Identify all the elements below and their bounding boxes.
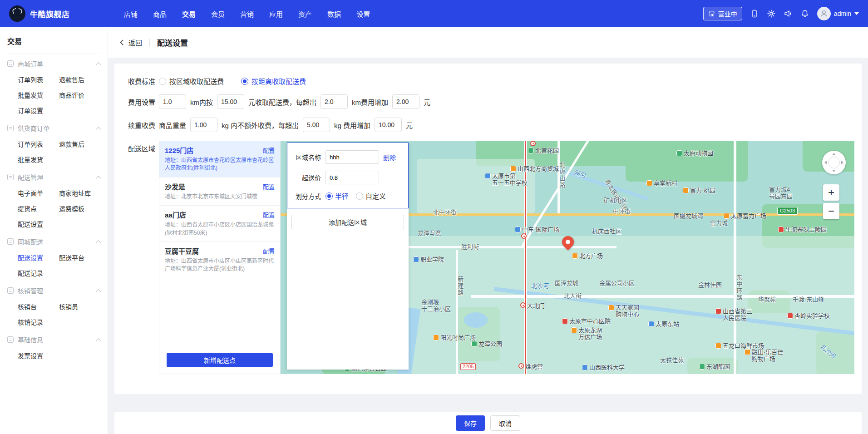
sidebar-group-header[interactable]: 同城配送 [7, 233, 100, 250]
sidebar-item[interactable]: 商家地址库 [59, 186, 100, 201]
cancel-button[interactable]: 取消 [490, 415, 520, 431]
store-card[interactable]: 沙发是配置地址：北京市北京市东城区天安门城楼 [159, 178, 280, 206]
sidebar-item[interactable]: 运费模板 [59, 201, 100, 217]
nav-item[interactable]: 交易 [182, 9, 196, 19]
store-card[interactable]: 1225门店配置地址：山西省太原市杏花岭区太原市杏花岭区人民政府北(胜利街北) [159, 141, 280, 178]
gear-icon[interactable] [767, 9, 776, 18]
nav-item[interactable]: 资产 [298, 9, 312, 19]
sidebar-item[interactable]: 配送平台 [59, 250, 100, 266]
store-config-link[interactable]: 配置 [263, 247, 275, 255]
map-canvas[interactable]: 区域名称 删除 起送价 划分方式 半径自定义 [281, 141, 854, 374]
mall-orders-icon [7, 60, 14, 67]
add-region-button[interactable]: 添加配送区域 [291, 215, 404, 229]
nav-item[interactable]: 营销 [240, 9, 254, 19]
bell-icon[interactable] [800, 9, 809, 18]
radio-option[interactable]: 半径 [326, 191, 349, 201]
megaphone-icon[interactable] [784, 9, 793, 18]
base-kg-input[interactable] [190, 118, 217, 132]
avatar [817, 7, 831, 20]
store-status-badge[interactable]: 营业中 [703, 7, 742, 20]
poi-red-icon [715, 308, 721, 314]
nav-item[interactable]: 数据 [327, 9, 341, 19]
sidebar-item[interactable]: 商品评价 [59, 88, 100, 103]
zoom-in-button[interactable]: + [823, 184, 839, 201]
map-label: 太原东站 [648, 321, 679, 327]
sidebar-item[interactable]: 批量发货 [18, 88, 59, 103]
weight-step-fee-input[interactable] [375, 118, 402, 132]
sidebar-group-header[interactable]: 商城订单 [7, 55, 100, 72]
sidebar-item[interactable]: 核销员 [59, 299, 100, 315]
store-card-header: 沙发是配置 [165, 182, 275, 191]
radio-icon[interactable] [241, 78, 248, 85]
radio-option[interactable]: 按区域收取配送费 [159, 76, 224, 86]
sidebar-item[interactable]: 订单列表 [18, 72, 59, 88]
sidebar-item[interactable]: 订单列表 [18, 137, 59, 152]
sidebar-item[interactable]: 发票设置 [18, 348, 59, 364]
map-label-text: 山西北方商贸城 [518, 165, 559, 172]
back-button[interactable]: 返回 [121, 38, 142, 47]
pan-down-icon [832, 170, 836, 172]
sidebar-item[interactable]: 电子面单 [18, 186, 59, 201]
store-config-link[interactable]: 配置 [263, 146, 275, 154]
nav-item[interactable]: 应用 [269, 9, 283, 19]
radio-option[interactable]: 自定义 [356, 191, 386, 201]
sidebar-item[interactable]: 配送记录 [18, 266, 59, 281]
map-pin[interactable] [562, 236, 574, 252]
radio-icon[interactable] [356, 192, 363, 200]
step-kg-input[interactable] [303, 118, 330, 132]
sidebar-group-header[interactable]: 基础信息 [7, 331, 100, 348]
min-price-label: 起送价 [292, 173, 321, 182]
sidebar-group-header[interactable]: 配送管理 [7, 168, 100, 186]
chevron-left-icon [120, 39, 126, 45]
map-label: G2503 [777, 207, 798, 215]
store-card[interactable]: aa门店配置地址：山西省太原市小店区小店区国治龙城苑(狄村北街南50米) [159, 206, 280, 242]
sidebar-group-header[interactable]: 核销管理 [7, 282, 100, 299]
save-button[interactable]: 保存 [456, 415, 485, 431]
nav-item[interactable]: 商品 [153, 9, 167, 19]
map-label-text: 太原动物园 [684, 150, 713, 157]
user-menu[interactable]: admin [817, 7, 859, 20]
sidebar-item[interactable]: 退款售后 [59, 72, 100, 88]
weight-fee-row: 续重收费 商品重量 kg 内不额外收费，每超出 kg 费用增加 元 [128, 118, 854, 132]
base-fee-input[interactable] [217, 94, 244, 109]
nav-item[interactable]: 会员 [211, 9, 225, 19]
region-name-input[interactable] [326, 150, 379, 164]
poi-orange-icon [433, 335, 439, 340]
sidebar-item[interactable]: 配送设置 [18, 250, 59, 266]
map-label-text: 天天家园 购物中心 [616, 304, 639, 318]
map-label-text: 涧河 [573, 169, 587, 179]
step-fee-input[interactable] [392, 94, 419, 109]
map-pan-control[interactable] [822, 151, 846, 174]
radio-icon[interactable] [159, 78, 166, 85]
store-config-link[interactable]: 配置 [263, 210, 275, 219]
nav-item[interactable]: 店铺 [124, 9, 138, 19]
radio-icon[interactable] [326, 192, 333, 200]
sidebar-group-header[interactable]: 供货商订单 [7, 119, 100, 137]
step-km-input[interactable] [321, 94, 348, 109]
weight-fee-label: 续重收费 [128, 120, 159, 130]
sidebar-item[interactable]: 核销记录 [18, 315, 59, 330]
radio-option[interactable]: 按距离收取配送费 [241, 76, 306, 86]
map-label: 2205 [460, 363, 476, 370]
within-km-input[interactable] [159, 94, 186, 109]
mobile-icon[interactable] [750, 9, 759, 18]
map-label: 国樾龙城湾 [674, 212, 703, 219]
nav-item[interactable]: 设置 [356, 9, 370, 19]
zoom-out-button[interactable]: − [823, 203, 839, 219]
sidebar-item[interactable]: 订单设置 [18, 103, 59, 118]
sidebar-item[interactable]: 配送设置 [18, 217, 59, 232]
delete-region-link[interactable]: 删除 [383, 153, 396, 162]
sidebar-item[interactable]: 退款售后 [59, 137, 100, 152]
chevron-up-icon [96, 62, 101, 67]
store-card[interactable]: 豆腐干豆腐配置地址：山西省太原市小店区小店区高新区时代广场科学信息产业大厦(创业… [159, 242, 280, 278]
add-store-button[interactable]: 新增配送点 [167, 353, 273, 367]
sidebar-item[interactable]: 核销台 [18, 299, 59, 315]
poi-red-icon [562, 318, 568, 324]
sidebar-item[interactable]: 提货点 [18, 201, 59, 217]
min-price-input[interactable] [326, 171, 379, 184]
sidebar-item[interactable]: 批量发货 [18, 152, 59, 168]
store-config-link[interactable]: 配置 [263, 182, 275, 191]
charge-standard-row: 收费标准 按区域收取配送费按距离收取配送费 [128, 76, 854, 86]
map-label: 牛驼寨烈士陵园 [778, 226, 827, 233]
map-label: 太原富力广场 [724, 212, 766, 219]
